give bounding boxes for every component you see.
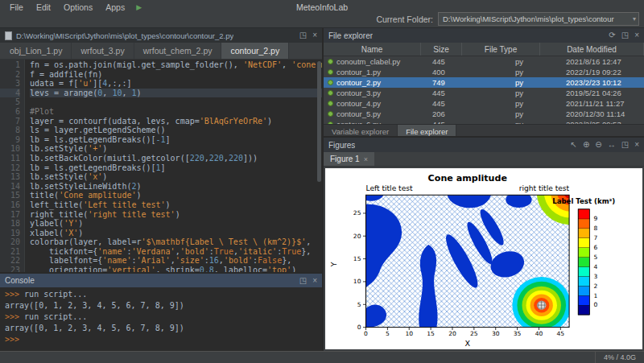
editor-tabs: obj_Lion_1.pywrfout_3.pywrfout_chem_2.py… — [0, 43, 322, 60]
file-icon — [5, 31, 12, 40]
file-date-cell: 2022/1/19 09:22 — [562, 68, 644, 76]
editor-scrollbar[interactable] — [316, 60, 322, 272]
figures-header: Figures ↖ ⊕ ⊖ ↔ ◳ × — [324, 138, 644, 152]
line-number: 6 — [0, 107, 20, 117]
file-row[interactable]: conoutm_clabel.py445py2021/8/16 12:47 — [324, 56, 644, 67]
float-icon[interactable]: ◳ — [299, 277, 307, 285]
svg-text:4: 4 — [593, 263, 597, 270]
menu-item-edit[interactable]: Edit — [30, 1, 57, 14]
pan-icon[interactable]: ↔ — [608, 141, 616, 149]
line-number: 22 — [0, 256, 20, 266]
file-size-cell: 445 — [428, 89, 477, 97]
line-number: 4 — [0, 89, 20, 98]
file-size-cell: 206 — [428, 109, 477, 118]
editor-tab-wrfout_chem_2.py[interactable]: wrfout_chem_2.py — [134, 43, 222, 59]
code-line — [30, 97, 322, 107]
close-icon[interactable]: × — [634, 31, 639, 39]
file-type-cell: py — [477, 68, 562, 76]
svg-text:20: 20 — [448, 330, 456, 337]
code-line: lb.setStyleLineWidth(2) — [30, 182, 322, 192]
file-size-cell: 749 — [428, 78, 477, 87]
code-line: labelfont={'name':'Arial','size':16,'bol… — [30, 256, 322, 266]
scrollbar-thumb[interactable] — [317, 61, 321, 182]
svg-text:0: 0 — [357, 324, 361, 331]
python-file-icon — [328, 111, 333, 117]
line-number: 20 — [0, 237, 20, 247]
editor-panel: D:\Working\MIScript\Jython\mis\plot_type… — [0, 28, 322, 272]
file-table-header: NameSizeFile TypeDate Modified — [324, 43, 644, 56]
file-name: contour_1.py — [336, 68, 381, 76]
panel-tab-variable-explorer[interactable]: Variable explorer — [324, 125, 398, 136]
menubar: FileEditOptionsApps ▶ MeteoInfoLab Curre… — [0, 0, 644, 28]
file-size-cell: 445 — [428, 57, 477, 66]
figures-panel: Figures ↖ ⊕ ⊖ ↔ ◳ × Figure 1 × — [324, 138, 644, 351]
column-header-size[interactable]: Size — [421, 43, 462, 56]
line-number: 5 — [0, 97, 20, 107]
code-editor[interactable]: 1234567891011121314151617181920212223 fn… — [0, 60, 322, 272]
menu-item-apps[interactable]: Apps — [99, 1, 131, 14]
svg-text:25: 25 — [353, 210, 361, 217]
line-number: 18 — [0, 219, 20, 229]
figure-area[interactable]: 051015202530354045 0510152025 Cone ampli… — [324, 167, 644, 351]
code-line: right_title('right title test') — [30, 210, 322, 220]
current-folder-bar: Current Folder: D:\Working\MIScript\Jyth… — [376, 12, 639, 26]
menu-item-options[interactable]: Options — [57, 1, 99, 14]
code-line: title('Cone amplitude') — [30, 191, 322, 200]
console-title: Console — [5, 276, 35, 285]
console-output[interactable]: >>> run script...array([0, 1, 2, 3, 4, 5… — [0, 287, 322, 351]
file-row[interactable]: contour_1.py400py2022/1/19 09:22 — [324, 67, 644, 77]
file-size-cell: 445 — [428, 99, 477, 108]
svg-text:15: 15 — [353, 255, 361, 262]
contour-figure[interactable]: 051015202530354045 0510152025 Cone ampli… — [325, 168, 642, 349]
code-line: ylabel('Y') — [30, 219, 322, 229]
editor-tab-contour_2.py[interactable]: contour_2.py — [221, 43, 289, 59]
close-icon[interactable]: × — [312, 31, 317, 39]
menu-item-file[interactable]: File — [3, 1, 30, 14]
float-icon[interactable]: ◳ — [621, 31, 629, 39]
run-script-icon[interactable]: ▶ — [136, 3, 142, 11]
file-row[interactable]: contour_2.py749py2023/2/23 10:12 — [324, 77, 644, 88]
current-folder-input[interactable]: D:\Working\MIScript\Jython\mis\plot_type… — [438, 12, 639, 26]
current-folder-path: D:\Working\MIScript\Jython\mis\plot_type… — [443, 14, 614, 23]
editor-tab-wrfout_3.py[interactable]: wrfout_3.py — [72, 43, 134, 59]
close-figure-icon[interactable]: × — [364, 155, 368, 163]
file-date-cell: 2021/8/16 12:47 — [562, 57, 644, 66]
file-row[interactable]: contour_4.py445py2021/11/21 11:27 — [324, 98, 644, 109]
meteoinfolab-window: FileEditOptionsApps ▶ MeteoInfoLab Curre… — [0, 0, 644, 363]
close-icon[interactable]: × — [312, 277, 317, 285]
float-icon[interactable]: ◳ — [621, 141, 629, 149]
close-icon[interactable]: × — [634, 141, 639, 149]
line-number: 8 — [0, 126, 20, 135]
line-number: 13 — [0, 172, 20, 182]
file-name-cell: contour_5.py — [324, 109, 428, 118]
file-size-cell: 400 — [428, 68, 477, 76]
line-number: 21 — [0, 247, 20, 257]
zoom-in-icon[interactable]: ⊕ — [583, 141, 589, 149]
column-header-type[interactable]: File Type — [462, 43, 540, 56]
float-icon[interactable]: ◳ — [299, 31, 307, 39]
file-type-cell: py — [477, 89, 562, 97]
line-number: 10 — [0, 144, 20, 154]
svg-text:45: 45 — [557, 330, 565, 337]
file-row[interactable]: contour_3.py445py2019/5/21 04:26 — [324, 88, 644, 98]
zoom-out-icon[interactable]: ⊖ — [595, 141, 601, 149]
left-column: D:\Working\MIScript\Jython\mis\plot_type… — [0, 28, 322, 351]
editor-tab-obj_Lion_1.py[interactable]: obj_Lion_1.py — [1, 43, 72, 59]
refresh-icon[interactable]: ⟳ — [609, 31, 615, 39]
chevron-down-icon[interactable]: ▾ — [633, 15, 636, 23]
panel-tab-file-explorer[interactable]: File explorer — [398, 125, 456, 136]
tab-figure-1[interactable]: Figure 1 × — [324, 152, 374, 166]
code-line: f = addfile(fn) — [30, 70, 322, 80]
svg-text:6: 6 — [593, 244, 597, 251]
column-header-name[interactable]: Name — [324, 43, 421, 56]
file-date-cell: 2020/12/30 11:14 — [562, 109, 644, 118]
svg-text:0: 0 — [364, 330, 368, 337]
svg-text:1: 1 — [593, 292, 597, 299]
code-line: fn = os.path.join(migl.get_sample_folder… — [30, 60, 322, 70]
select-arrow-icon[interactable]: ↖ — [571, 141, 577, 149]
column-header-date[interactable]: Date Modified — [540, 43, 644, 56]
file-row[interactable]: contour_5.py206py2020/12/30 11:14 — [324, 109, 644, 119]
code-line: tickfont={'name':'Verdana','bold':True,'… — [30, 247, 322, 257]
memory-indicator: 4% / 4.0G — [595, 352, 644, 363]
line-number: 7 — [0, 117, 20, 126]
